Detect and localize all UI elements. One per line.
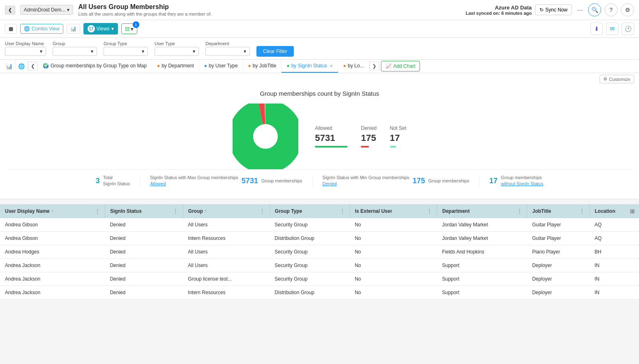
cell-department: Fields And Hopkins (437, 245, 527, 258)
cell-user_display_name: Andrea Gibson (0, 231, 105, 245)
search-icon-button[interactable]: 🔍 (588, 3, 601, 16)
table-row[interactable]: Andrea JacksonDeniedIntern ResourcesDist… (0, 286, 639, 299)
table-row[interactable]: Andrea GibsonDeniedAll UsersSecurity Gro… (0, 218, 639, 232)
department-chevron: ▾ (244, 48, 246, 54)
table-row[interactable]: Andrea JacksonDeniedGroup license test..… (0, 272, 639, 286)
table-row[interactable]: Andrea GibsonDeniedIntern ResourcesDistr… (0, 231, 639, 245)
department-filter: Department ▾ (205, 41, 250, 56)
group-type-col-menu[interactable]: ⋮ (340, 208, 345, 214)
chart-legend: Allowed 5731 Denied 175 Not Set 17 (315, 125, 406, 147)
cell-location: IN (590, 286, 639, 299)
user-type-select[interactable]: ▾ (155, 47, 199, 56)
is-external-col-menu[interactable]: ⋮ (427, 208, 432, 214)
help-icon-button[interactable]: ? (604, 3, 618, 16)
th-location: Location ⊞ (590, 204, 639, 218)
no-signin-link[interactable]: without SignIn Status (501, 181, 543, 186)
settings-icon-button[interactable]: ⚙ (621, 3, 634, 16)
th-group-type: Group Type ⋮ (270, 204, 350, 218)
bar-icon: 📊 (6, 63, 13, 69)
group-col-menu[interactable]: ⋮ (260, 208, 265, 214)
stats-row: 3 TotalSignIn Status SignIn Status with … (7, 169, 632, 192)
email-button[interactable]: ✉ (606, 23, 618, 35)
cell-jobtitle: Deployer (527, 286, 590, 299)
signin-tab-close[interactable]: ✕ (330, 64, 333, 68)
nav-back-button[interactable]: ❮ (5, 6, 15, 14)
chart-tab-signin[interactable]: ● by SignIn Status ✕ (281, 60, 338, 73)
page-subtitle: Lists all the users along with the group… (78, 12, 461, 16)
table-settings-button[interactable]: ⊞ (626, 204, 639, 218)
signin-status-col-menu[interactable]: ⋮ (173, 208, 178, 214)
chart-tab-dept[interactable]: ● by Department (152, 60, 199, 73)
jobtitle-col-menu[interactable]: ⋮ (579, 208, 584, 214)
cell-group_type: Security Group (270, 218, 350, 232)
table-row[interactable]: Andrea HodgesDeniedAll UsersSecurity Gro… (0, 245, 639, 258)
sync-info: Azure AD Data Last synced on: 6 minutes … (466, 5, 532, 16)
email-icon: ✉ (610, 25, 615, 32)
schedule-button[interactable]: 🕐 (622, 23, 634, 35)
chart-tab-map[interactable]: 🌍 Group memberships by Group Type on Map (38, 60, 152, 73)
combo-icon: 🌐 (24, 26, 30, 32)
signin-tab-icon: ● (286, 63, 289, 69)
chart-tab-location[interactable]: ● by Lo... (338, 60, 369, 73)
chart-title: Group memberships count by SignIn Status (7, 90, 632, 97)
cell-is_external: No (350, 218, 437, 232)
stat-no-signin: 17 Group memberships without SignIn Stat… (479, 175, 553, 187)
chart-prev-button[interactable]: ❮ (28, 62, 38, 71)
user-display-name-select[interactable]: ▾ (5, 47, 46, 56)
globe-chart-icon-button[interactable]: 🌐 (16, 60, 28, 73)
stat-min-value: 175 (413, 177, 425, 185)
max-signin-link[interactable]: Allowed (150, 181, 166, 186)
notset-bar (390, 146, 396, 147)
clock-icon: 🕐 (625, 25, 632, 32)
chart-tab-usertype[interactable]: ● by User Type (199, 60, 243, 73)
customize-button[interactable]: ⚙ Customize (600, 75, 634, 83)
stat-min-signin: SignIn Status with Min Group memberships… (312, 175, 479, 187)
cell-group: Intern Resources (183, 231, 270, 245)
filter-icon: ⊟ (125, 25, 130, 32)
chart-tab-jobtitle[interactable]: ● by JobTitle (243, 60, 282, 73)
group-sort-icon[interactable]: ↑ (205, 209, 207, 213)
jobtitle-tab-icon: ● (248, 63, 251, 69)
cell-jobtitle: Piano Player (527, 245, 590, 258)
svg-point-0 (241, 112, 290, 161)
add-chart-button[interactable]: 📈 Add Chart (381, 61, 420, 71)
department-col-menu[interactable]: ⋮ (517, 208, 522, 214)
location-tab-label: by Lo... (348, 63, 364, 69)
search-icon: 🔍 (591, 7, 598, 13)
add-chart-icon: 📈 (385, 63, 392, 69)
data-table: User Display Name ↑ ⋮ SignIn Status ⋮ Gr… (0, 204, 639, 299)
min-signin-link[interactable]: Denied (323, 181, 337, 186)
combo-view-button[interactable]: 🌐 Combo View (20, 24, 63, 34)
sync-now-button[interactable]: ↻ Sync Now (535, 5, 572, 15)
filter-button[interactable]: ⊟ 1 ▾ (121, 23, 137, 34)
cell-is_external: No (350, 231, 437, 245)
department-select[interactable]: ▾ (205, 47, 250, 56)
chart-view-button[interactable]: 📊 (67, 24, 80, 34)
table-row[interactable]: Andrea JacksonDeniedAll UsersSecurity Gr… (0, 258, 639, 272)
chart-next-button[interactable]: ❯ (369, 62, 379, 71)
user-display-name-col-menu[interactable]: ⋮ (95, 208, 100, 214)
group-type-select[interactable]: ▾ (104, 47, 148, 56)
views-dropdown-button[interactable]: 17 Views ▾ (83, 23, 118, 35)
cell-signin_status: Denied (105, 218, 183, 232)
chart-area: 📊 🌐 ❮ 🌍 Group memberships by Group Type … (0, 60, 639, 199)
user-display-name-sort-icon[interactable]: ↑ (51, 209, 53, 213)
table-header: User Display Name ↑ ⋮ SignIn Status ⋮ Gr… (0, 204, 639, 218)
bar-chart-icon-button[interactable]: 📊 (3, 60, 16, 73)
filter-dropdown-icon: ▾ (131, 26, 134, 32)
map-tab-icon: 🌍 (43, 63, 49, 69)
download-button[interactable]: ⬇ (591, 23, 603, 35)
grid-view-button[interactable]: ▦ (5, 24, 17, 34)
cell-user_display_name: Andrea Jackson (0, 272, 105, 286)
more-options-button[interactable]: ··· (575, 6, 585, 14)
app-selector[interactable]: AdminDroid Dem... ▾ (20, 5, 73, 15)
group-chevron: ▾ (91, 48, 93, 54)
location-tab-icon: ● (343, 63, 346, 69)
chart-icon: 📊 (70, 26, 76, 32)
stat-total-number: 3 (96, 177, 100, 185)
toolbar: ▦ 🌐 Combo View 📊 17 Views ▾ ⊟ 1 ▾ ⬇ ✉ 🕐 (0, 20, 639, 38)
dept-tab-label: by Department (161, 63, 194, 69)
clear-filter-button[interactable]: Clear Filter (256, 46, 294, 57)
cell-is_external: No (350, 245, 437, 258)
group-select[interactable]: ▾ (53, 47, 97, 56)
